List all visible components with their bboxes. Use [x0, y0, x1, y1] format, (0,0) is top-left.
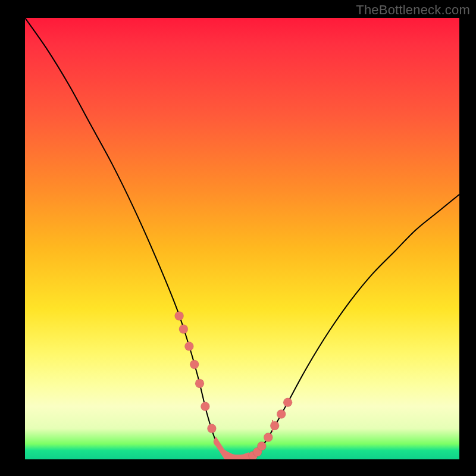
bead [175, 311, 184, 320]
bead [270, 421, 279, 430]
bead [179, 325, 188, 334]
watermark-text: TheBottleneck.com [356, 2, 470, 18]
bead [190, 360, 199, 369]
bead [201, 402, 209, 411]
bead [264, 433, 273, 441]
curve-svg [25, 18, 459, 459]
bottom-blob [214, 437, 252, 459]
bead [195, 379, 204, 388]
bead [277, 409, 286, 418]
left-beads [175, 311, 217, 433]
bottleneck-curve [25, 18, 459, 459]
bead [207, 424, 216, 433]
bead [257, 441, 266, 450]
bead [184, 342, 193, 351]
chart-frame: TheBottleneck.com [0, 0, 476, 476]
bead [283, 398, 292, 407]
plot-area [25, 18, 459, 459]
